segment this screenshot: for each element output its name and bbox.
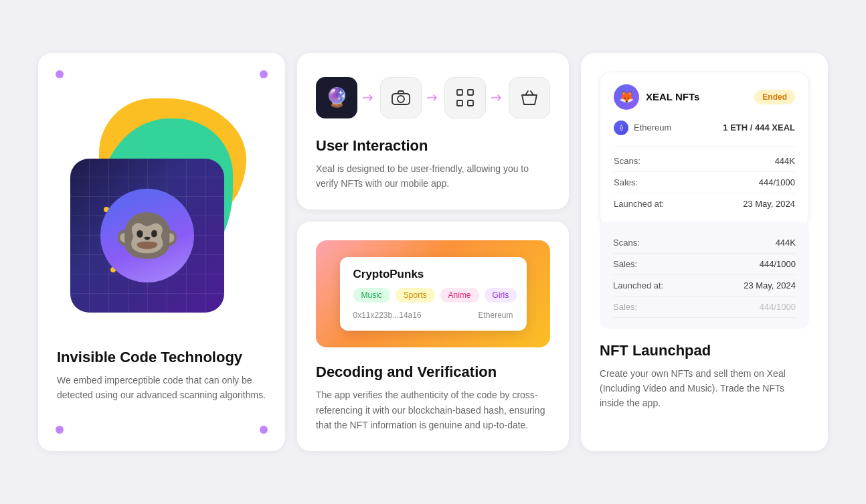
svg-rect-5: [468, 100, 473, 106]
app-icon: 🔮: [325, 86, 349, 108]
corner-dot-tr: [260, 70, 268, 78]
stat-launched-primary: Launched at: 23 May, 2024: [614, 193, 795, 214]
ethereum-icon: ⟠: [614, 120, 628, 135]
stat-sales-faded: Sales: 444/1000: [613, 297, 796, 318]
scan-icon-box: [444, 77, 486, 118]
app-icon-box: 🔮: [316, 77, 357, 118]
sales-value: 444/1000: [759, 177, 795, 187]
scans-value-2: 444K: [776, 238, 796, 248]
nft-header: 🦊 XEAL NFTs Ended: [614, 84, 795, 110]
launched-label: Launched at:: [614, 199, 664, 209]
card3-title: NFT Launchpad: [600, 342, 809, 359]
tag-sports: Sports: [396, 288, 435, 303]
corner-dot-br: [260, 426, 268, 434]
arrow-2: [427, 94, 439, 102]
tag-anime: Anime: [440, 288, 479, 303]
stat-scans-secondary: Scans: 444K: [613, 232, 796, 254]
basket-icon-box: [509, 77, 550, 118]
crypto-title: CryptoPunks: [353, 268, 513, 281]
sales-value-2: 444/1000: [760, 259, 796, 269]
crypto-network: Ethereum: [478, 311, 513, 320]
arrow-3: [491, 94, 503, 102]
nft-frame: [70, 159, 224, 313]
card-decoding: CryptoPunks Music Sports Anime Girls 0x1…: [297, 222, 569, 451]
tag-row: Music Sports Anime Girls: [353, 288, 513, 303]
card1-description: We embed imperceptible code that can onl…: [57, 373, 266, 403]
svg-rect-3: [468, 90, 473, 95]
card-invisible-code: Invisible Code Technology We embed imper…: [38, 53, 285, 452]
eth-value: 1 ETH / 444 XEAL: [723, 122, 795, 133]
crypto-meta: 0x11x223b...14a16 Ethereum: [353, 311, 513, 320]
sales-faded-label: Sales:: [613, 302, 637, 312]
nft-secondary-panel: Scans: 444K Sales: 444/1000 Launched at:…: [600, 222, 809, 329]
svg-rect-2: [457, 90, 462, 95]
tag-girls: Girls: [485, 288, 517, 303]
stat-sales-primary: Sales: 444/1000: [614, 172, 795, 193]
stat-sales-secondary: Sales: 444/1000: [613, 254, 796, 275]
badge-ended: Ended: [754, 90, 795, 104]
card3-bottom: NFT Launchpad Create your own NFTs and s…: [600, 342, 809, 411]
card3-description: Create your own NFTs and sell them on Xe…: [600, 366, 809, 411]
tag-music: Music: [353, 288, 390, 303]
card-nft-launchpad: 🦊 XEAL NFTs Ended ⟠ Ethereum 1 ETH / 444…: [581, 53, 828, 452]
sales-label: Sales:: [614, 177, 638, 187]
monkey-face: [100, 189, 194, 282]
stat-scans-primary: Scans: 444K: [614, 151, 795, 172]
scans-value: 444K: [775, 156, 795, 166]
svg-point-1: [398, 96, 404, 102]
corner-dot-bl: [56, 426, 64, 434]
card4-description: The app verifies the authenticity of the…: [316, 388, 550, 432]
page-grid: Invisible Code Technology We embed imper…: [38, 53, 828, 452]
stat-launched-secondary: Launched at: 23 May, 2024: [613, 275, 796, 297]
launched-value: 23 May, 2024: [743, 199, 795, 209]
card-user-interaction: 🔮: [297, 53, 569, 210]
crypto-inner-card: CryptoPunks Music Sports Anime Girls 0x1…: [340, 257, 527, 331]
sales-label-2: Sales:: [613, 259, 637, 269]
nft-avatar: 🦊: [614, 84, 639, 110]
eth-row: ⟠ Ethereum 1 ETH / 444 XEAL: [614, 120, 795, 135]
nft-illustration: [57, 85, 266, 333]
card2-description: Xeal is designed to be user-friendly, al…: [316, 161, 550, 191]
card4-title: Decoding and Verification: [316, 363, 550, 381]
icon-flow: 🔮: [316, 77, 550, 118]
launched-value-2: 23 May, 2024: [744, 280, 796, 290]
nft-stats-card: 🦊 XEAL NFTs Ended ⟠ Ethereum 1 ETH / 444…: [600, 72, 809, 227]
launched-label-2: Launched at:: [613, 280, 663, 290]
eth-label: Ethereum: [634, 122, 671, 133]
card2-title: User Interaction: [316, 137, 550, 155]
scans-label: Scans:: [614, 156, 640, 166]
camera-icon-box: [380, 77, 422, 118]
scans-label-2: Scans:: [613, 238, 640, 248]
card1-title: Invisible Code Technology: [57, 349, 266, 366]
corner-dot-tl: [56, 70, 64, 78]
arrow-1: [363, 94, 375, 102]
sales-faded-value: 444/1000: [760, 302, 796, 312]
nft-name: XEAL NFTs: [646, 91, 699, 102]
crypto-demo: CryptoPunks Music Sports Anime Girls 0x1…: [316, 240, 550, 347]
svg-rect-4: [457, 100, 462, 106]
nft-name-wrap: 🦊 XEAL NFTs: [614, 84, 754, 110]
nft-face: [70, 159, 224, 313]
crypto-address: 0x11x223b...14a16: [353, 311, 422, 320]
